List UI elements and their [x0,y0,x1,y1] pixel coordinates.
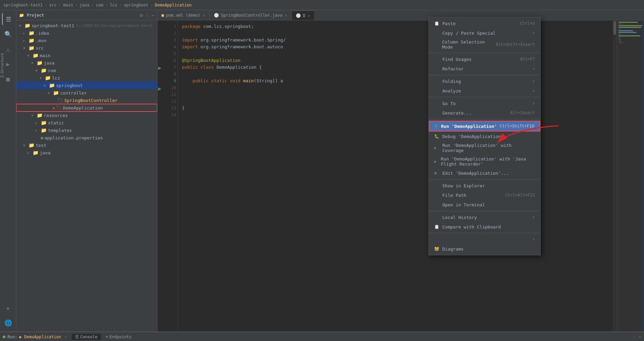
local-history-label: Local History [442,215,477,220]
test-java-icon: 📁 [33,150,38,155]
breadcrumb-demoapplication: DemoApplication [155,3,191,7]
java-tab-icon: ⚪ [214,13,219,18]
main-icon: 📁 [33,53,38,58]
ctx-analyze[interactable]: Analyze › [429,86,540,96]
tab-demoapplication[interactable]: ⚪ D × [292,11,315,20]
run-triangle-icon [435,124,438,128]
code-line-5 [182,50,609,57]
tab-console[interactable]: ☰ Console [72,334,101,340]
tree-static[interactable]: ► 📁 static [16,119,157,126]
ctx-paste[interactable]: 📋 Paste Ctrl+V [429,19,540,28]
find-icon[interactable]: 🔍 [2,28,14,40]
ctx-find-usages[interactable]: Find Usages Alt+F7 [429,54,540,64]
root-arrow: ▼ [19,24,24,28]
code-line-8 [182,71,609,78]
tab-da-close[interactable]: × [307,13,310,18]
tab-sbc-close[interactable]: × [284,13,287,18]
run-gutter-btn-1[interactable]: ▶ [158,65,164,71]
tree-springbootcontroller[interactable]: ► ⚫ SpringBootController [16,97,157,104]
static-label: static [48,120,64,125]
ctx-column-selection[interactable]: Column Selection Mode Alt+Shift+Insert [429,38,540,51]
ctx-refactor[interactable]: Refactor › [429,64,540,73]
breadcrumb-src: src [49,3,57,7]
more-options-icon[interactable]: ⋮ [632,334,637,339]
tab-springbootcontroller-label: SpringBootController.java [221,13,283,18]
src-label: src [36,46,44,51]
z-structure-label[interactable]: Z-Structure [0,51,4,80]
scroll-area [613,20,617,331]
tab-pomxml-label: pom.xml (demo) [166,13,200,18]
templates-label: templates [48,128,72,133]
tree-java[interactable]: ▼ 📁 java [16,59,157,67]
tree-lcz[interactable]: ▼ 📁 lcz [16,74,157,82]
minimize-icon[interactable]: − [152,13,154,18]
ctx-edit-config[interactable]: ⚙ Edit 'DemoApplication'... [429,168,540,178]
tree-main[interactable]: ▼ 📁 main [16,52,157,59]
ctx-open-terminal[interactable]: Open in Terminal [429,200,540,209]
code-area[interactable]: package com.lcz.springboot; import org.s… [178,20,613,331]
code-line-7: public class DemoApplication { [182,64,609,71]
ctx-create-gist[interactable]: 😺 Diagrams [429,244,540,254]
project-folder-icon: 📁 [19,13,24,18]
test-java-label: java [40,150,50,155]
panel-close-icon[interactable]: × [639,334,641,339]
tree-templates[interactable]: ► 📁 templates [16,126,157,134]
code-line-2 [182,30,609,37]
ctx-run-flight[interactable]: ▶ Run 'DemoApplication' with 'Java Fligh… [429,155,540,168]
ctx-debug[interactable]: 🐛 Debug 'DemoApplication' [429,132,540,141]
tree-appprops[interactable]: ► ■ application.properties [16,134,157,141]
web-icon[interactable]: 🌐 [2,317,14,329]
code-line-11 [182,91,609,98]
console-icon: ☰ [75,335,79,339]
breadcrumb-lcz: lcz [110,3,117,7]
breadcrumb-java: java [80,3,89,7]
ctx-show-explorer[interactable]: Show in Explorer [429,181,540,190]
ctx-goto[interactable]: Go To › [429,99,540,108]
file-path-label: File Path [442,193,466,198]
bottom-tabs: Run: ▶ DemoApplication × ☰ Console + End… [0,332,644,341]
tree-demoapplication[interactable]: ► ▶ ⚫ DemoApplication [16,104,157,112]
ctx-diagrams[interactable]: › [429,235,540,244]
tab-springbootcontroller[interactable]: ⚪ SpringBootController.java × [210,11,292,20]
goto-label: Go To [442,101,456,106]
analyze-arrow: › [532,88,535,93]
settings-icon[interactable]: ⚙ [140,13,142,18]
tab-pomxml-close[interactable]: × [202,13,205,18]
run-label: Run: ▶ DemoApplication × [3,335,67,339]
tree-src[interactable]: ▼ 📁 src [16,44,157,52]
tree-idea[interactable]: ► 📁 .idea [16,29,157,37]
edit-config-label: Edit 'DemoApplication'... [442,171,509,176]
expand-icon[interactable]: ⋮ [145,13,150,18]
ctx-copy-paste-special[interactable]: Copy / Paste Special › [429,28,540,38]
tree-springboot[interactable]: ▼ 📁 springboot [16,82,157,89]
ctx-folding[interactable]: Folding › [429,76,540,86]
ctx-compare-clipboard[interactable]: 📋 Compare with Clipboard [429,222,540,232]
tree-test-java[interactable]: ► 📁 java [16,149,157,156]
tab-endpoints[interactable]: + Endpoints [102,334,135,340]
tree-com[interactable]: ▼ 📁 com [16,67,157,74]
tree-controller[interactable]: ▼ 📁 controller [16,89,157,97]
ctx-generate[interactable]: Generate... Alt+Insert [429,108,540,118]
ctx-local-history[interactable]: Local History › [429,212,540,222]
project-header-title: Project [27,13,137,18]
tree-test[interactable]: ▼ 📁 test [16,141,157,149]
run-gutter-btn-2[interactable]: ▶ [157,85,164,92]
tree-root[interactable]: ▼ 📁 springboot-test1 G:\IDEA\S3\Spring\s… [16,22,157,29]
ctx-file-path[interactable]: File Path Ctrl+Alt+F12 [429,190,540,200]
com-icon: 📁 [41,68,47,73]
breadcrumb: springboot-test1 › src › main › java › c… [3,3,192,7]
project-icon[interactable]: ☰ [2,13,14,25]
favorites-icon[interactable]: ★ [2,302,14,314]
project-header-icons: ⚙ ⋮ − [140,13,154,18]
ctx-run-coverage[interactable]: ▶ Run 'DemoApplication' with Coverage [429,141,540,155]
run-close-tab[interactable]: × [65,335,67,339]
ctx-run-demoapplication[interactable]: Run 'DemoApplication' Ctrl+Shift+F10 [429,121,540,132]
main-label: main [40,53,50,58]
src-icon: 📁 [29,45,34,51]
idea-label: .idea [36,31,49,36]
tree-mvn[interactable]: ► 📁 .mvn [16,37,157,44]
tab-pomxml[interactable]: ■ pom.xml (demo) × [157,11,210,20]
tree-resources[interactable]: ▼ 📁 resources [16,112,157,119]
paste-label: Paste [442,21,456,26]
code-line-4: import org.springframework.boot.autoco [182,44,609,50]
